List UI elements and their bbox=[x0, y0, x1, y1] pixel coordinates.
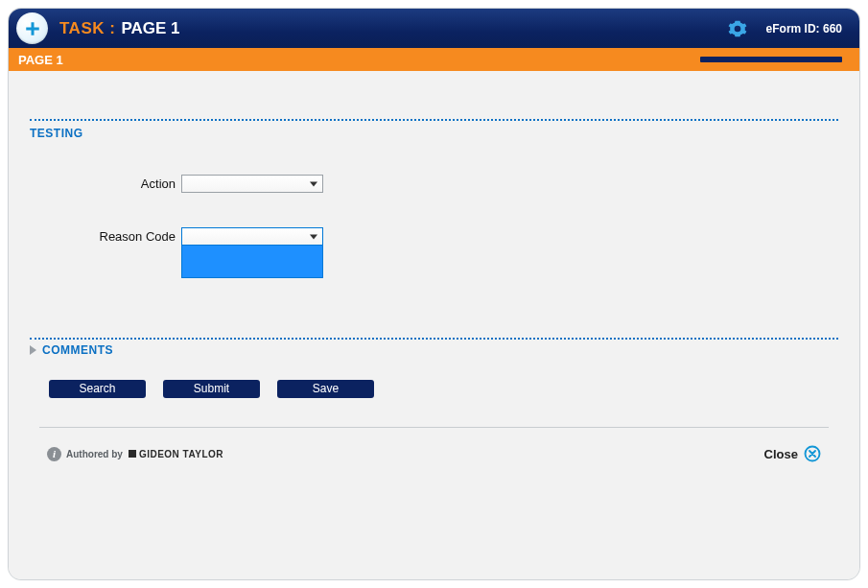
comments-toggle[interactable]: COMMENTS bbox=[30, 340, 838, 380]
sub-header: PAGE 1 bbox=[9, 48, 859, 71]
page-title: PAGE 1 bbox=[121, 19, 179, 38]
chevron-down-icon bbox=[307, 177, 320, 190]
app-window: TASK : PAGE 1 eForm ID: 660 PAGE 1 TESTI… bbox=[8, 8, 860, 580]
eform-id-label: eForm ID: bbox=[766, 22, 820, 35]
reason-code-dropdown[interactable] bbox=[181, 246, 323, 278]
brand-name: GIDEON TAYLOR bbox=[139, 449, 223, 459]
close-icon bbox=[804, 445, 821, 462]
search-button[interactable]: Search bbox=[49, 380, 146, 398]
section-testing-label: TESTING bbox=[30, 121, 838, 140]
footer: i Authored by GIDEON TAYLOR Close bbox=[30, 445, 838, 462]
form-area: Action Reason Code bbox=[30, 140, 838, 338]
task-label: TASK : bbox=[59, 19, 115, 38]
info-icon: i bbox=[47, 447, 61, 461]
button-row: Search Submit Save bbox=[30, 380, 838, 427]
expand-icon bbox=[30, 345, 36, 355]
action-label: Action bbox=[30, 176, 181, 191]
authored-by-label: Authored by bbox=[66, 449, 123, 459]
reason-code-label: Reason Code bbox=[30, 229, 181, 244]
eform-id: eForm ID: 660 bbox=[766, 22, 842, 35]
progress-bar bbox=[700, 57, 842, 62]
add-button[interactable] bbox=[16, 12, 48, 44]
action-select[interactable] bbox=[181, 175, 323, 193]
sub-header-title: PAGE 1 bbox=[18, 53, 63, 67]
content-area: TESTING Action Reason Code bbox=[9, 71, 859, 579]
reason-code-select[interactable] bbox=[181, 227, 323, 246]
brand-logo: GIDEON TAYLOR bbox=[129, 449, 223, 459]
gear-icon[interactable] bbox=[728, 19, 747, 38]
chevron-down-icon bbox=[307, 230, 320, 243]
close-button[interactable]: Close bbox=[764, 445, 821, 462]
submit-button[interactable]: Submit bbox=[163, 380, 260, 398]
brand-mark-icon bbox=[129, 450, 136, 458]
plus-icon bbox=[24, 20, 41, 37]
field-action: Action bbox=[30, 175, 838, 193]
save-button[interactable]: Save bbox=[277, 380, 374, 398]
section-comments-label: COMMENTS bbox=[42, 343, 113, 357]
title-bar: TASK : PAGE 1 eForm ID: 660 bbox=[9, 9, 859, 48]
close-label: Close bbox=[764, 447, 798, 461]
footer-rule bbox=[39, 427, 829, 428]
field-reason-code: Reason Code bbox=[30, 227, 838, 246]
eform-id-value: 660 bbox=[823, 22, 842, 35]
